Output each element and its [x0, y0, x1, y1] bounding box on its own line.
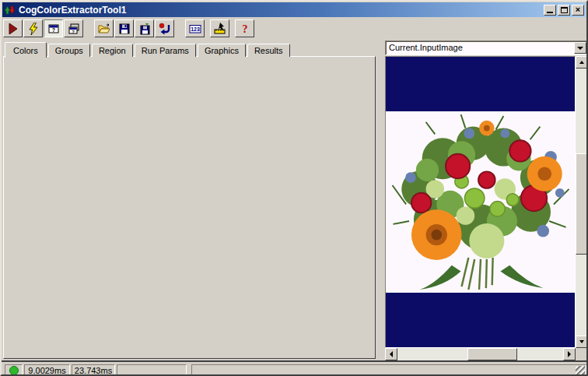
scrollbar-corner — [576, 348, 588, 360]
horizontal-scroll-track[interactable] — [397, 348, 563, 360]
tab-label: Results — [254, 46, 283, 55]
maximize-icon — [561, 7, 568, 13]
save-icon — [118, 23, 131, 35]
float-windows-icon: ? — [68, 23, 80, 35]
help-icon: ? — [239, 23, 251, 35]
float-windows-button[interactable]: ? — [64, 19, 83, 37]
tab-groups[interactable]: Groups — [48, 44, 90, 57]
input-image-display — [385, 56, 576, 348]
process-time: 9.0029ms — [28, 366, 65, 375]
total-time-panel: 23.743ms — [72, 364, 115, 375]
main-toolbar: ? ? — [3, 19, 255, 38]
status-panel-empty-2 — [191, 364, 586, 375]
scroll-up-button[interactable] — [576, 56, 588, 69]
svg-text:?: ? — [242, 23, 247, 35]
minimize-icon — [547, 12, 553, 13]
arrow-right-icon — [568, 351, 571, 357]
save-as-button[interactable] — [135, 19, 154, 37]
tab-label: Region — [99, 46, 126, 55]
close-button[interactable]: × — [572, 5, 584, 16]
input-image-bouquet — [389, 113, 572, 292]
tab-graphics[interactable]: Graphics — [198, 44, 246, 57]
run-status-dot-icon — [9, 366, 19, 375]
tab-label: Run Params — [142, 46, 189, 55]
scroll-left-button[interactable] — [385, 348, 397, 360]
reset-icon — [159, 23, 171, 35]
statusbar-divider — [2, 360, 588, 362]
chevron-down-icon — [577, 47, 583, 50]
reset-button[interactable] — [155, 19, 174, 37]
pixel-ruler-button[interactable] — [210, 19, 229, 37]
minimize-button[interactable] — [544, 5, 556, 16]
arrow-left-icon — [390, 351, 393, 357]
tab-label: Graphics — [205, 46, 239, 55]
tab-run-params[interactable]: Run Params — [135, 44, 196, 57]
tab-label: Groups — [55, 46, 83, 55]
save-as-icon — [138, 23, 151, 35]
horizontal-scrollbar[interactable] — [385, 348, 576, 360]
run-icon — [7, 23, 19, 35]
display-window-icon: ? — [47, 23, 60, 35]
run-indicator-panel — [5, 364, 23, 375]
scroll-down-button[interactable] — [576, 336, 588, 348]
tab-strip: Colors Groups Region Run Params Graphics… — [5, 41, 292, 57]
scroll-right-button[interactable] — [563, 348, 576, 360]
save-button[interactable] — [114, 19, 134, 37]
vertical-scroll-thumb[interactable] — [576, 153, 588, 255]
vertical-scrollbar[interactable] — [576, 56, 588, 348]
electric-run-button[interactable] — [23, 19, 43, 37]
arrow-down-icon — [579, 340, 584, 343]
run-button[interactable] — [3, 19, 23, 37]
colors-tab-page — [3, 56, 376, 359]
tab-colors[interactable]: Colors — [5, 42, 47, 58]
help-button[interactable]: ? — [235, 19, 254, 37]
resize-grip[interactable] — [576, 366, 585, 375]
svg-text:?: ? — [51, 27, 54, 33]
maximize-button[interactable] — [558, 5, 570, 16]
electric-run-icon — [27, 23, 40, 35]
pixel-ruler-icon — [214, 23, 226, 35]
tab-results[interactable]: Results — [247, 44, 290, 57]
arrow-up-icon — [579, 61, 584, 64]
numeric-display-button[interactable]: 123 — [185, 19, 205, 37]
numeric-display-icon: 123 — [189, 23, 201, 35]
horizontal-scroll-thumb[interactable] — [467, 348, 517, 360]
svg-text:123: 123 — [191, 26, 200, 32]
show-display-button[interactable]: ? — [44, 19, 63, 37]
status-bar: 9.0029ms 23.743ms — [2, 363, 586, 376]
input-image-value[interactable]: Current.InputImage — [386, 41, 573, 54]
input-image-combo[interactable]: Current.InputImage — [385, 40, 588, 55]
tab-region[interactable]: Region — [92, 44, 133, 57]
svg-text:?: ? — [72, 29, 75, 33]
close-icon: × — [576, 5, 580, 14]
tab-label: Colors — [13, 46, 38, 55]
total-time: 23.743ms — [75, 366, 112, 375]
open-button[interactable] — [94, 19, 114, 37]
input-image-dropdown-button[interactable] — [574, 42, 586, 54]
process-time-panel: 9.0029ms — [24, 364, 70, 375]
open-file-icon — [98, 23, 110, 35]
status-panel-empty-1 — [117, 364, 187, 375]
window-title: CogColorExtractorTool1 — [19, 5, 542, 16]
cog-color-extractor-window: CogColorExtractorTool1 × ? ? — [0, 0, 588, 376]
tool-icon — [4, 5, 16, 16]
titlebar[interactable]: CogColorExtractorTool1 × — [2, 2, 586, 17]
